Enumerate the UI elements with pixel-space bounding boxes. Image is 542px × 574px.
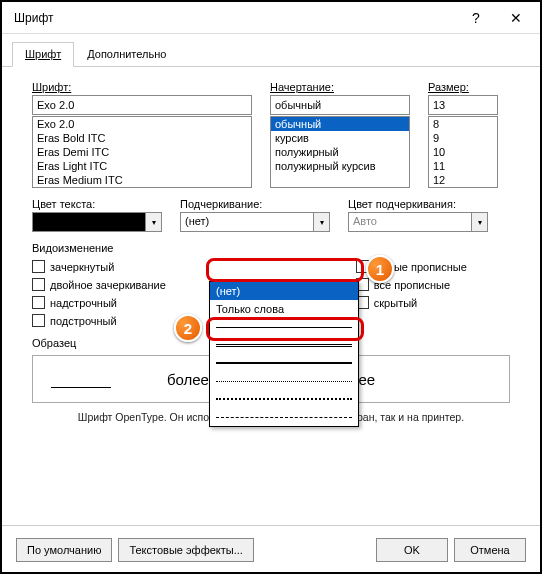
textcolor-combo[interactable]: ▾ — [32, 212, 162, 232]
sample-underline — [51, 387, 111, 388]
label-underlinecolor: Цвет подчеркивания: — [348, 198, 488, 210]
list-item[interactable]: обычный — [271, 117, 409, 131]
list-item[interactable]: Exo 2.0 — [33, 187, 251, 188]
check-strike[interactable]: зачеркнутый — [32, 260, 166, 273]
underlinecolor-value: Авто — [349, 213, 471, 231]
label-textcolor: Цвет текста: — [32, 198, 162, 210]
underline-value: (нет) — [181, 213, 313, 231]
label-font: Шрифт: — [32, 81, 252, 93]
list-item[interactable]: 12 — [429, 173, 497, 187]
font-list[interactable]: Exo 2.0 Eras Bold ITC Eras Demi ITC Eras… — [32, 116, 252, 188]
size-input[interactable] — [428, 95, 498, 115]
list-item[interactable]: Eras Light ITC — [33, 159, 251, 173]
label-size: Размер: — [428, 81, 498, 93]
default-button[interactable]: По умолчанию — [16, 538, 112, 562]
list-item[interactable]: 10 — [429, 145, 497, 159]
label-underline: Подчеркивание: — [180, 198, 330, 210]
underline-dropdown[interactable]: (нет) Только слова — [209, 281, 359, 427]
size-list[interactable]: 8 9 10 11 12 — [428, 116, 498, 188]
style-list[interactable]: обычный курсив полужирный полужирный кур… — [270, 116, 410, 188]
dd-option-thick[interactable] — [210, 354, 358, 372]
dd-option-dashed[interactable] — [210, 408, 358, 426]
dd-option-single[interactable] — [210, 318, 358, 336]
titlebar: Шрифт ? ✕ — [2, 2, 540, 34]
list-item[interactable]: полужирный курсив — [271, 159, 409, 173]
style-input[interactable] — [270, 95, 410, 115]
tab-advanced[interactable]: Дополнительно — [74, 42, 179, 66]
list-item[interactable]: Eras Demi ITC — [33, 145, 251, 159]
cancel-button[interactable]: Отмена — [454, 538, 526, 562]
tab-font[interactable]: Шрифт — [12, 42, 74, 67]
dd-option-none[interactable]: (нет) — [210, 282, 358, 300]
underline-combo[interactable]: (нет) ▾ — [180, 212, 330, 232]
footer: По умолчанию Текстовые эффекты... OK Отм… — [2, 525, 540, 562]
ok-button[interactable]: OK — [376, 538, 448, 562]
dd-option-words[interactable]: Только слова — [210, 300, 358, 318]
close-button[interactable]: ✕ — [496, 4, 536, 32]
list-item[interactable]: Eras Bold ITC — [33, 131, 251, 145]
check-super[interactable]: надстрочный — [32, 296, 166, 309]
label-style: Начертание: — [270, 81, 410, 93]
list-item[interactable]: 9 — [429, 131, 497, 145]
list-item[interactable]: Eras Medium ITC — [33, 173, 251, 187]
check-sub[interactable]: подстрочный — [32, 314, 166, 327]
dd-option-dotted[interactable] — [210, 372, 358, 390]
annotation-badge-1: 1 — [366, 255, 394, 283]
check-hidden[interactable]: скрытый — [356, 296, 467, 309]
label-effects: Видоизменение — [32, 242, 510, 254]
list-item[interactable]: 11 — [429, 159, 497, 173]
chevron-down-icon: ▾ — [471, 213, 487, 231]
color-swatch — [33, 213, 145, 231]
underlinecolor-combo[interactable]: Авто ▾ — [348, 212, 488, 232]
chevron-down-icon: ▾ — [145, 213, 161, 231]
dd-option-dotted2[interactable] — [210, 390, 358, 408]
list-item[interactable]: 8 — [429, 117, 497, 131]
font-input[interactable] — [32, 95, 252, 115]
list-item[interactable]: Exo 2.0 — [33, 117, 251, 131]
check-dstrike[interactable]: двойное зачеркивание — [32, 278, 166, 291]
texteffects-button[interactable]: Текстовые эффекты... — [118, 538, 254, 562]
chevron-down-icon: ▾ — [313, 213, 329, 231]
tab-bar: Шрифт Дополнительно — [2, 34, 540, 67]
dd-option-double[interactable] — [210, 336, 358, 354]
annotation-badge-2: 2 — [174, 314, 202, 342]
list-item[interactable]: полужирный — [271, 145, 409, 159]
list-item[interactable]: курсив — [271, 131, 409, 145]
help-button[interactable]: ? — [456, 4, 496, 32]
window-title: Шрифт — [14, 11, 456, 25]
